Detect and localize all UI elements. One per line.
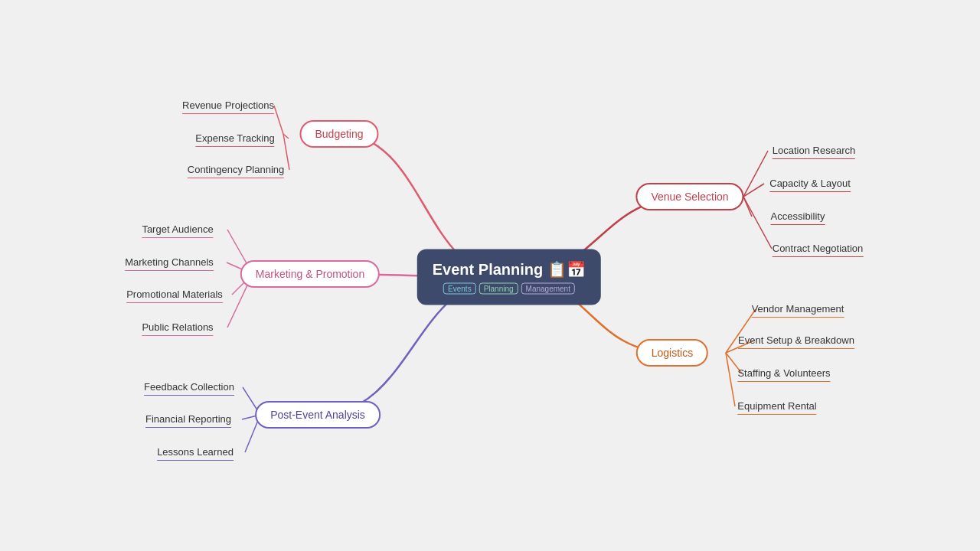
center-title: Event Planning bbox=[433, 260, 543, 278]
post-event-node: Post-Event Analysis bbox=[255, 401, 381, 429]
tag-events: Events bbox=[443, 283, 476, 295]
center-icon: 📋📅 bbox=[547, 260, 586, 279]
center-node: Event Planning 📋📅 Events Planning Manage… bbox=[417, 249, 601, 305]
tag-management: Management bbox=[521, 283, 575, 295]
svg-line-14 bbox=[726, 353, 735, 406]
marketing-node: Marketing & Promotion bbox=[240, 260, 380, 288]
svg-line-0 bbox=[274, 106, 283, 134]
event-setup-leaf: Event Setup & Breakdown bbox=[738, 332, 854, 349]
staffing-leaf: Staffing & Volunteers bbox=[737, 365, 830, 382]
public-relations-leaf: Public Relations bbox=[142, 319, 213, 336]
location-leaf: Location Research bbox=[773, 142, 855, 159]
equipment-leaf: Equipment Rental bbox=[737, 398, 816, 415]
feedback-leaf: Feedback Collection bbox=[144, 379, 234, 396]
tag-planning: Planning bbox=[479, 283, 518, 295]
svg-line-5 bbox=[743, 197, 752, 217]
lessons-leaf: Lessons Learned bbox=[157, 444, 234, 461]
revenue-leaf: Revenue Projections bbox=[182, 97, 274, 114]
channels-leaf: Marketing Channels bbox=[125, 254, 214, 271]
svg-line-4 bbox=[743, 184, 764, 197]
promo-materials-leaf: Promotional Materials bbox=[126, 286, 223, 303]
svg-line-3 bbox=[743, 151, 768, 197]
svg-line-6 bbox=[743, 197, 772, 249]
budgeting-node: Budgeting bbox=[299, 120, 378, 148]
financial-reporting-leaf: Financial Reporting bbox=[145, 411, 231, 428]
capacity-leaf: Capacity & Layout bbox=[769, 175, 851, 192]
contingency-leaf: Contingency Planning bbox=[188, 161, 284, 178]
target-leaf: Target Audience bbox=[142, 221, 213, 238]
contract-leaf: Contract Negotiation bbox=[773, 240, 864, 257]
svg-line-1 bbox=[283, 134, 289, 139]
accessibility-leaf: Accessibility bbox=[771, 208, 825, 225]
expense-leaf: Expense Tracking bbox=[195, 130, 274, 147]
venue-node: Venue Selection bbox=[635, 183, 743, 210]
logistics-node: Logistics bbox=[636, 339, 708, 367]
vendor-leaf: Vendor Management bbox=[752, 301, 844, 318]
